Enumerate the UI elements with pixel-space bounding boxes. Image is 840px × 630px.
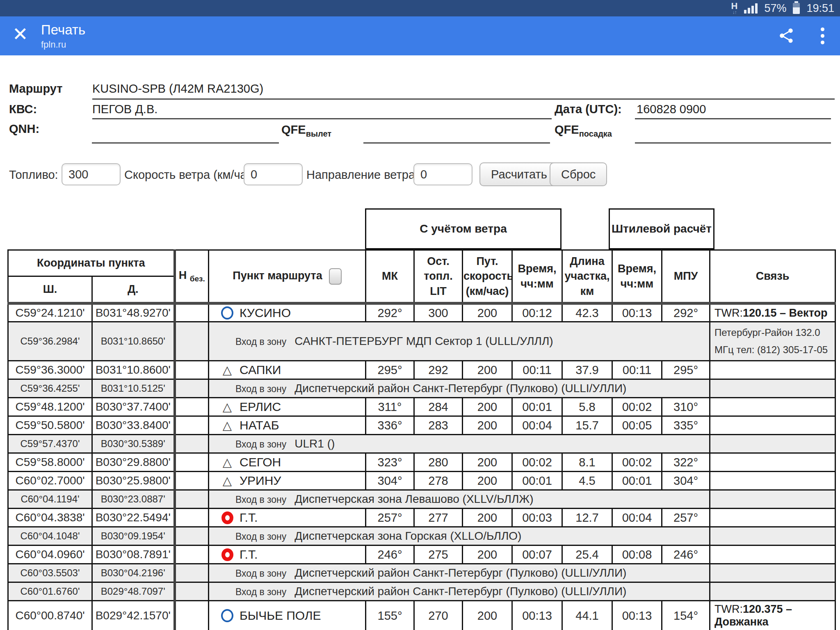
zone-row: С60°04.1048'В030°09.1954'Вход в зонуДисп… (8, 527, 835, 546)
comm-line: МГц тел: (812) 305-17-05 (714, 341, 832, 358)
mpu-cell: 310° (662, 398, 710, 416)
h-bez-cell (175, 304, 209, 322)
latitude-cell: С60°04.1194' (8, 490, 92, 509)
header-leg-distance: Длина участка, км (562, 250, 612, 304)
h-bez-cell (175, 564, 209, 582)
ground-speed-cell: 200 (463, 601, 512, 630)
time-calm-cell: 00:08 (612, 546, 662, 564)
battery-percent: 57% (764, 2, 786, 15)
app-bar: ✕ Печать fpln.ru (0, 16, 840, 55)
leg-distance-cell: 8.1 (562, 453, 612, 472)
header-fuel-remaining: Ост. топл. LIT (414, 250, 463, 304)
longitude-cell: В030°37.7400' (92, 398, 175, 416)
fuel-input[interactable] (62, 163, 121, 185)
time-wind-cell: 00:04 (512, 416, 562, 435)
zone-entry-cell: Вход в зонуДиспетчерская зона Горская (X… (209, 527, 710, 546)
reset-button[interactable]: Сброс (550, 162, 607, 186)
h-bez-cell (175, 416, 209, 435)
longitude-cell: В029°48.7097' (92, 582, 175, 601)
h-bez-cell (175, 582, 209, 601)
route-underline (92, 98, 835, 100)
status-bar: H ↓↑ 57% 19:51 (0, 0, 840, 16)
waypoint-cell: △НАТАБ (209, 416, 366, 435)
comm-cell (710, 416, 835, 435)
kvs-underline (92, 118, 552, 119)
ground-speed-cell: 200 (463, 416, 512, 435)
ground-speed-cell: 200 (463, 509, 512, 527)
battery-icon (793, 3, 800, 14)
latitude-cell: С59°50.5800' (8, 416, 92, 435)
zone-row: С59°57.4370'В030°30.5389'Вход в зонуULR1… (8, 435, 835, 453)
comm-cell: TWR:120.375 – Довжанка (710, 601, 835, 630)
longitude-cell: В030°22.5494' (92, 509, 175, 527)
fuel-remaining-cell: 270 (414, 601, 463, 630)
time-calm-cell: 00:01 (612, 472, 662, 490)
waypoint-cell: Г.Т. (209, 509, 366, 527)
comm-cell (710, 453, 835, 472)
waypoint-name: Г.Т. (240, 548, 258, 562)
waypoint-name: САПКИ (240, 363, 281, 377)
waypoint-filter-checkbox[interactable] (329, 268, 342, 285)
longitude-cell: В029°42.1570' (92, 601, 175, 630)
zone-row: С59°36.2984'В031°10.8650'Вход в зонуСАНК… (8, 322, 835, 361)
mpu-cell: 257° (662, 509, 710, 527)
calculate-button[interactable]: Расчитать (479, 162, 559, 186)
target-icon (217, 511, 237, 524)
latitude-cell: С59°36.4255' (8, 379, 92, 398)
signal-strength-icon (744, 3, 758, 14)
zone-entry-label: Вход в зону (235, 439, 286, 450)
leg-distance-cell: 42.3 (562, 304, 612, 322)
waypoint-row: С60°04.0960'В030°08.7891'Г.Т.246°2752000… (8, 546, 835, 564)
header-time-wind: Время, чч:мм (512, 250, 562, 304)
header-time-calm: Время, чч:мм (612, 250, 662, 304)
header-longitude: Д. (92, 276, 175, 304)
mk-cell: 246° (366, 546, 414, 564)
zone-entry-cell: Вход в зонуДиспетчерский район Санкт-Пет… (209, 379, 710, 398)
mpu-cell: 322° (662, 453, 710, 472)
wind-speed-input[interactable] (244, 163, 303, 185)
waypoint-name: УРИНУ (240, 474, 281, 488)
circle-icon (217, 306, 237, 320)
close-icon[interactable]: ✕ (12, 25, 28, 43)
h-bez-cell (175, 509, 209, 527)
time-wind-cell: 00:13 (512, 601, 562, 630)
ground-speed-cell: 200 (463, 472, 512, 490)
leg-distance-cell: 15.7 (562, 416, 612, 435)
waypoint-name: Г.Т. (240, 511, 258, 525)
fuel-remaining-cell: 292 (414, 361, 463, 379)
time-calm-cell: 00:04 (612, 509, 662, 527)
leg-distance-cell: 5.8 (562, 398, 612, 416)
longitude-cell: В031°48.9270' (92, 304, 175, 322)
fuel-remaining-cell: 280 (414, 453, 463, 472)
mk-cell: 155° (366, 601, 414, 630)
circle-icon (217, 609, 237, 622)
longitude-cell: В030°25.9800' (92, 472, 175, 490)
comm-cell (710, 582, 835, 601)
share-icon[interactable] (778, 27, 795, 44)
comm-line: Петербург-Район 132.0 (714, 324, 832, 341)
comm-prefix: TWR: (714, 307, 743, 319)
triangle-icon: △ (217, 420, 237, 431)
route-label: Маршрут (9, 82, 63, 96)
longitude-cell: В030°30.5389' (92, 435, 175, 453)
qfe-departure-label: QFEвылет (281, 123, 331, 139)
triangle-icon: △ (217, 401, 237, 413)
mpu-cell: 295° (662, 361, 710, 379)
comm-frequency: 120.15 – Вектор (743, 307, 827, 319)
waypoint-row: С60°02.7000'В030°25.9800'△УРИНУ304°27820… (8, 472, 835, 490)
kvs-value: ПЕГОВ Д.В. (92, 103, 158, 116)
zone-name: Диспетчерская зона Горская (XLLO/ЬЛЛО) (294, 530, 521, 542)
wind-direction-input[interactable] (413, 163, 472, 185)
overflow-menu-icon[interactable] (817, 25, 827, 46)
battery-fill (793, 7, 800, 14)
waypoint-row: С60°04.3838'В030°22.5494'Г.Т.257°2772000… (8, 509, 835, 527)
zone-entry-cell: Вход в зонуСАНКТ-ПЕТЕРБУРГ МДП Сектор 1 … (209, 322, 710, 361)
wind-speed-label: Скорость ветра (км/час): (124, 168, 260, 182)
header-mpu: МПУ (662, 250, 710, 304)
waypoint-cell: КУСИНО (209, 304, 366, 322)
qfe-arrival-underline (635, 142, 831, 144)
comm-cell: TWR:120.15 – Вектор (710, 304, 835, 322)
h-bez-cell (175, 361, 209, 379)
ground-speed-cell: 200 (463, 361, 512, 379)
h-bez-cell (175, 472, 209, 490)
